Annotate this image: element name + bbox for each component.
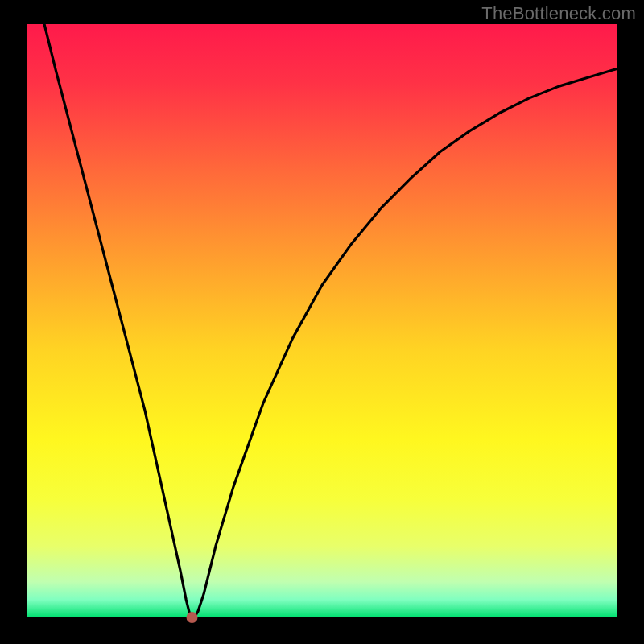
- watermark-text: TheBottleneck.com: [481, 3, 636, 24]
- minimum-marker: [187, 612, 198, 623]
- chart-frame: TheBottleneck.com: [0, 0, 644, 644]
- bottleneck-chart: [0, 0, 644, 644]
- plot-area: [27, 24, 617, 617]
